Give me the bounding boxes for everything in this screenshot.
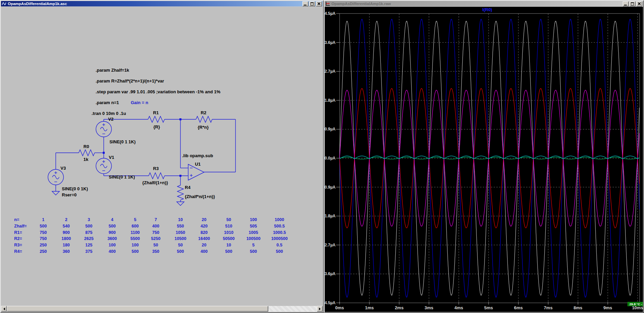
y-axis-label: 1.8µA <box>325 98 336 103</box>
x-axis-label: 4ms <box>454 305 463 310</box>
y-axis-label: -1.8µA <box>325 214 336 218</box>
param-table-cell: 50500 <box>223 236 235 241</box>
close-button[interactable] <box>316 1 322 6</box>
param-table-cell: 505 <box>250 224 257 228</box>
param-table-cell: 750 <box>152 230 159 235</box>
spice-directive[interactable]: .param R=Zhalf*(2*n+1)/(n+1)*var <box>96 78 164 83</box>
param-table-cell: 1010 <box>224 230 233 235</box>
scroll-right-button[interactable] <box>317 306 323 312</box>
param-table-cell: 16400 <box>198 236 210 241</box>
sine-glyph <box>52 175 59 179</box>
schematic-label-r0_name: R0 <box>83 144 89 149</box>
y-axis-label: 2.7µA <box>325 69 336 74</box>
schematic-label-v3_value: SINE(0 0 1K) <box>62 186 88 191</box>
spice-directive[interactable]: .param n=1 <box>96 100 119 105</box>
param-table-cell: 1000.5 <box>273 230 286 235</box>
param-table-cell: 500 <box>276 249 283 254</box>
schematic-label-r4_name: R4 <box>185 185 191 190</box>
minimize-icon <box>304 5 306 5</box>
scroll-left-button[interactable] <box>1 306 7 312</box>
param-table-cell: 3600 <box>107 236 117 241</box>
ltspice-schematic-icon <box>2 1 6 6</box>
param-table-cell: 5250 <box>151 236 160 241</box>
resistor-symbol <box>148 116 165 122</box>
schematic-window-titlebar[interactable]: OpampAsDifferentialAmp1k.asc <box>1 1 323 6</box>
x-axis-label: 8ms <box>574 305 583 310</box>
param-table-cell: 2625 <box>84 236 94 241</box>
param-table-cell: 5 <box>252 243 255 247</box>
schematic-label-v2_value: SINE(0 1 1K) <box>109 139 135 144</box>
param-table-cell: 400 <box>152 224 159 228</box>
param-table-cell: 1005 <box>249 230 258 235</box>
param-table-cell: 2 <box>65 217 68 222</box>
param-table-cell: 510 <box>225 224 232 228</box>
x-axis-label: 9ms <box>603 305 612 310</box>
minimize-button[interactable] <box>302 1 308 6</box>
schematic-label-r1_name: R1 <box>153 110 159 115</box>
param-table-cell: 100 <box>109 243 116 247</box>
y-axis-label: 3.6µA <box>325 40 336 45</box>
schematic-label-u1_name: U1 <box>195 162 201 167</box>
waveform-pane[interactable]: 4.5µA3.6µA2.7µA1.8µA0.9µA0.0µA-0.9µA-1.8… <box>325 7 643 312</box>
param-table-cell: 10 <box>226 243 231 247</box>
temperature-overlay-badge: 29.8 °C - <box>627 302 643 306</box>
param-table-cell: 500.5 <box>274 224 284 228</box>
param-table-cell: 875 <box>85 230 93 235</box>
param-table-cell: 50 <box>153 243 158 247</box>
schematic-canvas[interactable]: V2SINE(0 1 1K)R1{R}R2{R*n}R01kV1SINE(0 1… <box>1 7 323 306</box>
param-table-cell: 500 <box>250 249 257 254</box>
resistor-symbol <box>196 116 212 122</box>
waveform-window-titlebar[interactable]: OpampAsDifferentialAmp1k.raw <box>325 1 643 6</box>
gain-annotation[interactable]: Gain = n <box>131 100 148 105</box>
schematic-label-v1_name: V1 <box>109 155 114 160</box>
spice-directive[interactable]: .step param var .99 1.01 .005 ;variation… <box>96 89 220 94</box>
param-table-cell: 4 <box>111 217 114 222</box>
y-axis-label: -3.6µA <box>325 271 336 276</box>
y-axis-label: 0.9µA <box>325 127 336 131</box>
resistor-symbol <box>79 150 95 156</box>
schematic-label-v2_name: V2 <box>108 117 114 122</box>
param-table-cell: 500 <box>132 249 139 254</box>
param-table-cell: 500 <box>225 249 232 254</box>
ground-symbol <box>177 202 184 206</box>
trace-label[interactable]: I(R0) <box>472 7 503 12</box>
spice-directive[interactable]: .tran 0 10m 0 .1u <box>92 111 126 116</box>
param-table-row-label: R4= <box>14 249 22 254</box>
schematic-drawing: V2SINE(0 1 1K)R1{R}R2{R*n}R01kV1SINE(0 1… <box>1 7 323 306</box>
sine-glyph <box>100 127 107 131</box>
scrollbar-thumb[interactable] <box>7 306 268 312</box>
close-button[interactable] <box>636 1 642 6</box>
minimize-button[interactable] <box>623 1 629 6</box>
spice-directive[interactable]: .param Zhalf=1k <box>96 68 129 73</box>
param-table-cell: 125 <box>85 243 93 247</box>
param-table-cell: 5 <box>134 217 137 222</box>
schematic-label-v1_value: SINE(0 1 1K) <box>109 174 135 179</box>
param-table-cell: 20 <box>202 217 206 222</box>
ground-symbol <box>52 191 59 195</box>
param-table-cell: 750 <box>40 236 47 241</box>
schematic-label-v3_name: V3 <box>60 166 66 171</box>
schematic-label-r1_value: {R} <box>153 124 160 129</box>
maximize-button[interactable] <box>309 1 315 6</box>
param-table-cell: 100 <box>132 243 139 247</box>
schematic-window-title: OpampAsDifferentialAmp1k.asc <box>8 2 302 6</box>
param-table-cell: 900 <box>63 230 70 235</box>
schematic-window: OpampAsDifferentialAmp1k.asc V2SINE(0 1 … <box>0 0 324 313</box>
param-table-cell: 100 <box>250 217 257 222</box>
resistor-symbol <box>177 185 183 200</box>
param-table-cell: 375 <box>85 249 93 254</box>
param-table-cell: 400 <box>109 249 116 254</box>
x-axis-label: 6ms <box>514 305 523 310</box>
y-axis-label: -4.5µA <box>325 300 336 305</box>
param-table-cell: 250 <box>40 243 47 247</box>
schematic-label-lib: .lib opamp.sub <box>182 153 213 158</box>
param-table-row-label: n= <box>14 217 19 222</box>
param-table-cell: 540 <box>63 224 70 228</box>
horizontal-scrollbar[interactable] <box>1 306 323 312</box>
resistor-symbol <box>149 173 165 179</box>
maximize-button[interactable] <box>629 1 636 6</box>
param-table-cell: 360 <box>63 249 70 254</box>
waveform-plot: 4.5µA3.6µA2.7µA1.8µA0.9µA0.0µA-0.9µA-1.8… <box>325 7 643 312</box>
param-table-cell: 900 <box>109 230 116 235</box>
param-table-cell: 750 <box>40 230 47 235</box>
